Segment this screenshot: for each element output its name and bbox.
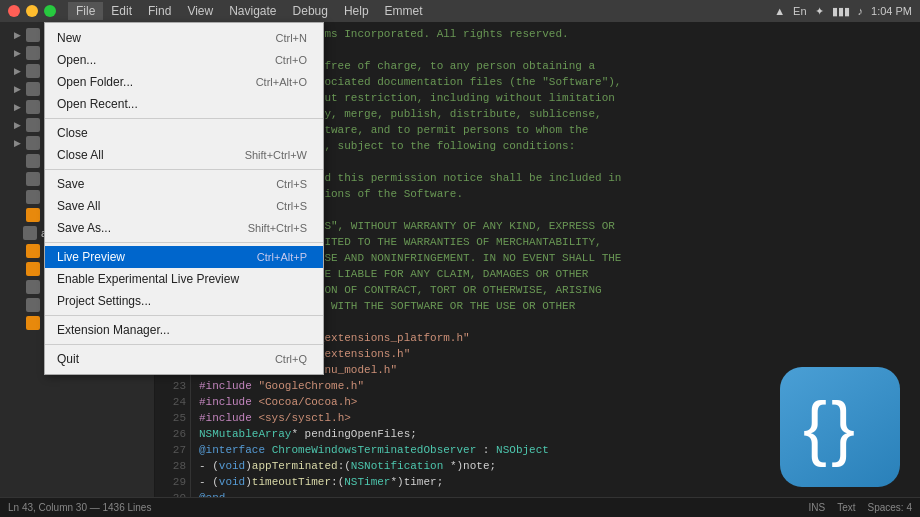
menu-item-new[interactable]: New Ctrl+N [45,27,323,49]
menu-item-open[interactable]: Open... Ctrl+O [45,49,323,71]
folder-icon [26,64,40,78]
menu-item-label: Close [57,126,287,140]
menu-item-shortcut: Ctrl+Q [275,353,307,365]
statusbar-syntax: Text [837,502,855,513]
file-icon [26,154,40,168]
file-icon [26,262,40,276]
menu-item-close-all[interactable]: Close All Shift+Ctrl+W [45,144,323,166]
menu-item-quit[interactable]: Quit Ctrl+Q [45,348,323,370]
menu-item-label: Quit [57,352,255,366]
file-icon [26,190,40,204]
maximize-button[interactable] [44,5,56,17]
menu-item-enable-experimental[interactable]: Enable Experimental Live Preview [45,268,323,290]
brackets-svg: { } [795,387,885,467]
menu-item-label: Enable Experimental Live Preview [57,272,287,286]
menu-item-label: Save As... [57,221,228,235]
close-button[interactable] [8,5,20,17]
separator [45,169,323,170]
arrow-icon: ▶ [12,48,22,58]
menu-item-label: Project Settings... [57,294,287,308]
app-icon: { } [780,367,900,487]
folder-icon [26,28,40,42]
titlebar-right: ▲ En ✦ ▮▮▮ ♪ 1:04 PM [774,5,912,18]
menu-item-label: New [57,31,256,45]
folder-icon [26,118,40,132]
menu-item-extension-manager[interactable]: Extension Manager... [45,319,323,341]
arrow-icon: ▶ [12,120,22,130]
menu-item-label: Open Folder... [57,75,236,89]
folder-icon [26,136,40,150]
dropdown-menu-list: New Ctrl+N Open... Ctrl+O Open Folder...… [44,22,324,375]
menu-item-label: Live Preview [57,250,237,264]
menu-item-shortcut: Ctrl+S [276,178,307,190]
statusbar: Ln 43, Column 30 — 1436 Lines INS Text S… [0,497,920,517]
file-icon [26,208,40,222]
menu-item-label: Extension Manager... [57,323,287,337]
separator [45,315,323,316]
arrow-icon: ▶ [12,30,22,40]
folder-icon [26,82,40,96]
menu-item-label: Save [57,177,256,191]
statusbar-position: Ln 43, Column 30 — 1436 Lines [8,502,809,513]
file-icon [26,298,40,312]
menu-view[interactable]: View [179,2,221,20]
file-icon [26,244,40,258]
file-icon [26,280,40,294]
menu-help[interactable]: Help [336,2,377,20]
menu-file[interactable]: File [68,2,103,20]
menu-item-shortcut: Ctrl+Alt+O [256,76,307,88]
menu-item-label: Open... [57,53,255,67]
menu-item-shortcut: Ctrl+S [276,200,307,212]
file-icon [26,172,40,186]
menu-item-label: Close All [57,148,225,162]
wifi-icon: ▲ [774,5,785,17]
battery-icon: ▮▮▮ [832,5,850,18]
menu-item-save-all[interactable]: Save All Ctrl+S [45,195,323,217]
lang-indicator: En [793,5,806,17]
statusbar-spaces: Spaces: 4 [868,502,912,513]
minimize-button[interactable] [26,5,38,17]
file-icon [26,316,40,330]
menu-item-shortcut: Shift+Ctrl+S [248,222,307,234]
arrow-icon: ▶ [12,102,22,112]
menu-item-shortcut: Ctrl+Alt+P [257,251,307,263]
separator [45,344,323,345]
brackets-logo: { } [780,367,900,487]
arrow-icon: ▶ [12,66,22,76]
file-menu-dropdown: New Ctrl+N Open... Ctrl+O Open Folder...… [44,22,324,375]
folder-icon [26,100,40,114]
volume-icon: ♪ [858,5,864,17]
bluetooth-icon: ✦ [815,5,824,18]
folder-icon [26,46,40,60]
menu-navigate[interactable]: Navigate [221,2,284,20]
menu-debug[interactable]: Debug [285,2,336,20]
titlebar: File Edit Find View Navigate Debug Help … [0,0,920,22]
menu-item-save[interactable]: Save Ctrl+S [45,173,323,195]
menu-item-shortcut: Shift+Ctrl+W [245,149,307,161]
menu-find[interactable]: Find [140,2,179,20]
menu-emmet[interactable]: Emmet [377,2,431,20]
menu-item-label: Save All [57,199,256,213]
svg-text:{ }: { } [803,387,854,467]
menu-item-shortcut: Ctrl+O [275,54,307,66]
menu-item-open-folder[interactable]: Open Folder... Ctrl+Alt+O [45,71,323,93]
separator [45,118,323,119]
menu-item-project-settings[interactable]: Project Settings... [45,290,323,312]
clock: 1:04 PM [871,5,912,17]
window-controls [8,5,56,17]
menu-item-shortcut: Ctrl+N [276,32,307,44]
statusbar-mode: INS [809,502,826,513]
menu-edit[interactable]: Edit [103,2,140,20]
arrow-icon: ▶ [12,84,22,94]
arrow-icon: ▶ [12,138,22,148]
menu-item-live-preview[interactable]: Live Preview Ctrl+Alt+P [45,246,323,268]
menu-item-label: Open Recent... [57,97,287,111]
statusbar-right: INS Text Spaces: 4 [809,502,913,513]
menu-item-save-as[interactable]: Save As... Shift+Ctrl+S [45,217,323,239]
menu-item-close[interactable]: Close [45,122,323,144]
menu-bar: File Edit Find View Navigate Debug Help … [68,2,431,20]
file-icon [23,226,37,240]
separator [45,242,323,243]
menu-item-open-recent[interactable]: Open Recent... [45,93,323,115]
